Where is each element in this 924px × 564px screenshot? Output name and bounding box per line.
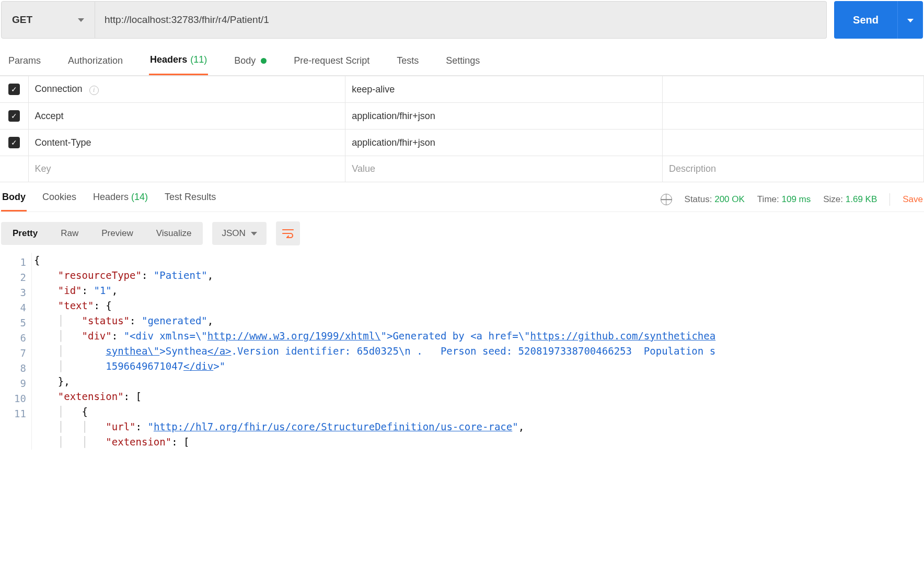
tab-settings[interactable]: Settings [445,51,481,75]
method-select[interactable]: GET [1,1,95,39]
method-value: GET [12,14,32,26]
wrap-lines-button[interactable] [276,221,300,245]
header-key: Connection [35,84,83,94]
resp-tab-headers[interactable]: Headers (14) [92,187,149,212]
url-input-wrap [95,1,827,39]
response-body: 1234567891011 { "resourceType": "Patient… [0,253,924,450]
status-value: 200 OK [714,194,745,204]
save-response-button[interactable]: Save [903,194,923,205]
response-tabs: Body Cookies Headers (14) Test Results [0,187,217,212]
header-key: Accept [35,111,64,121]
checkbox[interactable]: ✓ [8,137,20,148]
body-dirty-dot-icon [261,58,267,64]
request-tabs: Params Authorization Headers (11) Body P… [0,40,924,76]
header-desc-cell[interactable] [663,103,924,130]
new-header-desc-input[interactable] [669,163,917,174]
send-button-group: Send [834,1,923,39]
table-row-empty [0,156,924,182]
table-row: ✓ Content-Type application/fhir+json [0,130,924,156]
time-label: Time: [757,194,779,204]
table-row: ✓ Connection i keep-alive [0,76,924,103]
time-group: Time: 109 ms [757,194,811,205]
view-pretty-button[interactable]: Pretty [1,222,49,245]
time-value: 109 ms [781,194,811,204]
resp-tab-body[interactable]: Body [1,187,27,212]
url-input[interactable] [105,2,817,38]
size-value: 1.69 KB [846,194,877,204]
tab-pre-request-script[interactable]: Pre-request Script [293,51,371,75]
resp-tab-cookies[interactable]: Cookies [41,187,77,212]
table-row: ✓ Accept application/fhir+json [0,103,924,130]
tab-headers-label: Headers [150,54,187,65]
new-header-value-input[interactable] [352,163,656,174]
header-value-cell[interactable]: application/fhir+json [345,103,663,130]
response-bar: Body Cookies Headers (14) Test Results S… [0,182,924,212]
checkbox[interactable]: ✓ [8,84,20,95]
header-value: application/fhir+json [352,137,435,148]
tab-tests[interactable]: Tests [396,51,420,75]
chevron-down-icon [78,18,84,22]
header-value-cell[interactable]: keep-alive [345,76,663,103]
header-desc-cell[interactable] [663,130,924,156]
divider [890,193,890,206]
view-mode-segment: Pretty Raw Preview Visualize [1,222,203,245]
header-value: keep-alive [352,84,395,95]
tab-body[interactable]: Body [233,51,268,75]
resp-tab-test-results[interactable]: Test Results [164,187,217,212]
headers-count: (11) [190,54,207,65]
new-header-key-input[interactable] [35,163,339,174]
tab-body-label: Body [234,55,256,66]
globe-icon[interactable] [661,194,672,205]
format-value: JSON [222,228,245,239]
resp-tab-headers-label: Headers [93,192,129,202]
checkbox[interactable]: ✓ [8,110,20,122]
view-raw-button[interactable]: Raw [49,222,90,245]
wrap-icon [282,229,294,238]
chevron-down-icon [251,232,257,236]
tab-headers[interactable]: Headers (11) [149,51,208,75]
view-mode-row: Pretty Raw Preview Visualize JSON [0,212,924,253]
size-label: Size: [823,194,843,204]
header-desc-cell[interactable] [663,76,924,103]
send-button[interactable]: Send [834,1,897,39]
header-key-cell[interactable]: Connection i [28,76,345,103]
response-meta: Status: 200 OK Time: 109 ms Size: 1.69 K… [661,193,924,206]
status-group: Status: 200 OK [685,194,745,205]
info-icon[interactable]: i [89,86,99,95]
request-bar: GET Send [0,0,924,40]
line-gutter: 1234567891011 [0,253,31,450]
send-dropdown-button[interactable] [897,1,923,39]
view-preview-button[interactable]: Preview [90,222,144,245]
header-key: Content-Type [35,137,91,148]
header-key-cell[interactable]: Content-Type [28,130,345,156]
size-group: Size: 1.69 KB [823,194,877,205]
header-key-cell[interactable]: Accept [28,103,345,130]
header-value: application/fhir+json [352,111,435,121]
headers-table: ✓ Connection i keep-alive ✓ Accept appli… [0,76,924,182]
header-value-cell[interactable]: application/fhir+json [345,130,663,156]
chevron-down-icon [907,19,914,22]
code-content[interactable]: { "resourceType": "Patient", "id": "1", … [31,253,924,450]
resp-headers-count: (14) [131,192,148,202]
tab-authorization[interactable]: Authorization [67,51,124,75]
format-select[interactable]: JSON [212,222,266,245]
view-visualize-button[interactable]: Visualize [145,222,203,245]
tab-params[interactable]: Params [7,51,42,75]
status-label: Status: [685,194,712,204]
